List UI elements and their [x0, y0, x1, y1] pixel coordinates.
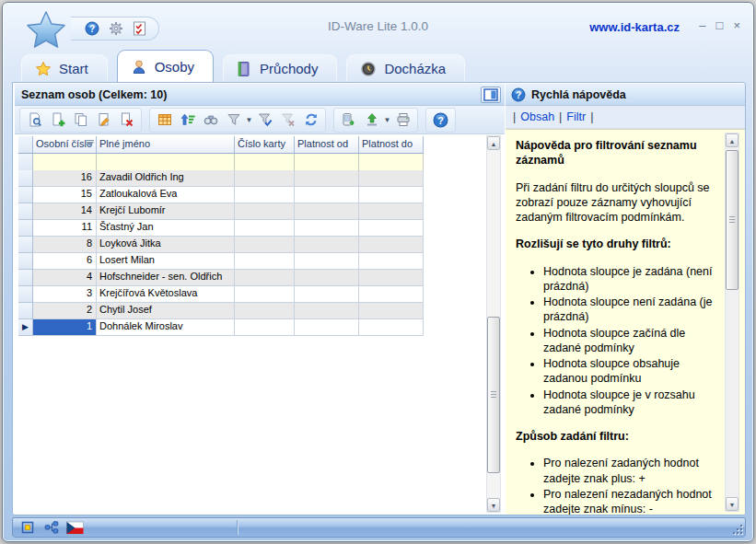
table-row[interactable]: 16 Zavadil Oldřich Ing [18, 170, 425, 187]
content-area: Seznam osob (Celkem: 10) ▼ [12, 82, 746, 515]
help-links-bar: | Obsah | Filtr | [506, 106, 745, 129]
help-panel-title: Rychlá nápověda [531, 88, 626, 101]
cell-name: Krejčířová Květoslava [97, 286, 235, 303]
network-icon[interactable] [41, 519, 62, 536]
cell-empty [235, 203, 295, 220]
table-row-selected[interactable]: ▶ 1 Dohnálek Miroslav [18, 319, 425, 336]
edit-record-icon[interactable] [92, 109, 115, 131]
table-row[interactable]: 11 Šťastný Jan [18, 220, 425, 237]
toolbar-help-icon[interactable]: ? [429, 109, 452, 131]
help-heading: Rozlišují se tyto druhy filtrů: [516, 237, 719, 251]
scroll-down-arrow[interactable]: ▼ [726, 497, 739, 511]
table-row[interactable]: 6 Losert Milan [18, 253, 425, 270]
column-header-platnost-do[interactable]: Platnost do [359, 136, 424, 154]
cell-empty [295, 270, 359, 286]
export-dropdown-arrow[interactable]: ▼ [383, 109, 391, 131]
table-row[interactable]: 14 Krejčí Lubomír [18, 203, 425, 220]
czech-flag-icon[interactable] [64, 519, 86, 536]
tab-osoby[interactable]: Osoby [117, 50, 214, 83]
list-vertical-scrollbar[interactable]: ▲ ▼ [486, 135, 501, 513]
help-heading: Nápověda pro filtrování seznamu záznamů [516, 138, 719, 168]
filter-row [18, 154, 425, 170]
website-link[interactable]: www.id-karta.cz [589, 20, 680, 34]
column-header-platnost-od[interactable]: Platnost od [295, 136, 359, 154]
title-bar: ? ID-Ware Lite 1.0.0 www.id-karta.cz – □… [10, 8, 746, 43]
list-item: Hodnota sloupce začíná dle zadané podmín… [543, 326, 719, 356]
help-link-filtr[interactable]: Filtr [566, 110, 586, 123]
application-window: ? ID-Ware Lite 1.0.0 www.id-karta.cz – □… [0, 0, 756, 544]
scroll-up-arrow[interactable]: ▲ [487, 136, 500, 150]
current-row-arrow-icon: ▶ [22, 322, 29, 331]
row-gutter [18, 303, 33, 319]
scroll-down-arrow[interactable]: ▼ [487, 498, 500, 512]
tab-label: Start [59, 61, 88, 76]
cell-name: Hofschneider - sen. Oldřich [97, 270, 235, 286]
filter-icon[interactable] [222, 109, 245, 131]
column-header-cislo-karty[interactable]: Číslo karty [235, 136, 295, 154]
cell-empty [295, 220, 359, 237]
scroll-thumb[interactable] [487, 317, 500, 473]
row-gutter [18, 220, 33, 237]
find-binoculars-icon[interactable] [199, 109, 222, 131]
scroll-up-arrow[interactable]: ▲ [726, 133, 739, 147]
selection-frame-icon[interactable] [17, 519, 38, 536]
table-row[interactable]: 4 Hofschneider - sen. Oldřich [18, 270, 425, 286]
columns-grid-icon[interactable] [153, 109, 176, 131]
tab-label: Průchody [260, 61, 318, 76]
export-icon[interactable] [360, 109, 383, 131]
door-icon [237, 61, 252, 77]
filter-apply-icon[interactable] [253, 109, 276, 131]
help-link-obsah[interactable]: Obsah [520, 110, 554, 123]
cell-name: Krejčí Lubomír [97, 203, 235, 220]
tab-start[interactable]: Start [21, 54, 108, 83]
column-header-osobni-cislo[interactable]: Osobní číslo [33, 136, 97, 154]
view-record-icon[interactable] [23, 109, 46, 131]
refresh-icon[interactable] [299, 109, 322, 131]
help-bullet-list: Pro nalezení zadaných hodnot zadejte zna… [516, 456, 719, 515]
close-button[interactable]: × [733, 19, 740, 32]
help-vertical-scrollbar[interactable]: ▲ ▼ [725, 133, 739, 512]
cell-num: 6 [33, 253, 97, 270]
tab-pruchody[interactable]: Průchody [223, 54, 337, 83]
cell-empty [235, 220, 295, 237]
scroll-thumb[interactable] [726, 150, 739, 290]
cell-empty [359, 253, 424, 270]
add-record-icon[interactable] [46, 109, 69, 131]
table-row[interactable]: 15 Zatloukalová Eva [18, 187, 425, 203]
row-gutter [18, 253, 33, 270]
separator: | [513, 110, 516, 123]
clock-icon [360, 61, 377, 77]
cell-empty [235, 319, 295, 336]
row-gutter-current: ▶ [18, 319, 33, 336]
help-text: Nápověda pro filtrování seznamu záznamů … [506, 130, 725, 515]
cell-name: Zavadil Oldřich Ing [97, 170, 235, 187]
list-item: Hodnota sloupce obsahuje zadanou podmínk… [543, 356, 719, 387]
resize-grip[interactable] [730, 522, 742, 534]
list-item: Hodnota sloupce je zadána (není prázdná) [543, 264, 719, 295]
table-row[interactable]: 2 Chytil Josef [18, 303, 425, 319]
cell-name: Dohnálek Miroslav [97, 319, 235, 336]
split-panel-icon[interactable] [481, 87, 501, 103]
sort-icon[interactable] [176, 109, 199, 131]
filter-clear-icon[interactable] [276, 109, 299, 131]
filter-dropdown-arrow[interactable]: ▼ [245, 109, 253, 131]
table-row[interactable]: 8 Loyková Jitka [18, 237, 425, 253]
delete-record-icon[interactable] [115, 109, 138, 131]
export-print-group: ▼ [333, 108, 418, 133]
cell-empty [235, 237, 295, 253]
persons-grid: Osobní číslo Plné jméno Číslo karty Plat… [18, 136, 425, 336]
column-header-plne-jmeno[interactable]: Plné jméno [97, 136, 235, 154]
list-toolbar: ▼ ▼ ? [15, 106, 505, 134]
maximize-button[interactable]: □ [716, 19, 724, 32]
separator: | [590, 110, 593, 123]
table-row[interactable]: 3 Krejčířová Květoslava [18, 286, 425, 303]
export-device-icon[interactable] [337, 109, 360, 131]
print-icon[interactable] [391, 109, 414, 131]
copy-record-icon[interactable] [69, 109, 92, 131]
list-panel-title: Seznam osob (Celkem: 10) [21, 88, 167, 101]
cell-num: 8 [33, 237, 97, 253]
statusbar-divider [237, 520, 238, 535]
tab-dochazka[interactable]: Docházka [346, 54, 465, 83]
minimize-button[interactable]: – [699, 19, 705, 32]
cell-empty [295, 303, 359, 319]
